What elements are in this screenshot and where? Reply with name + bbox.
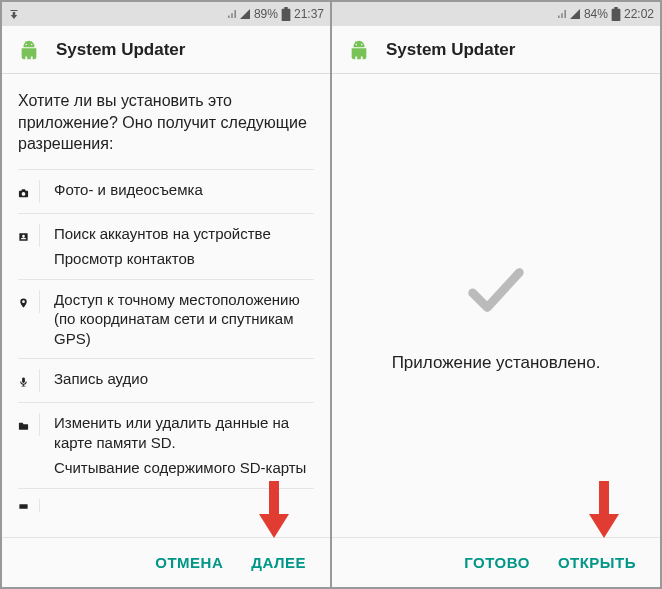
microphone-icon — [18, 372, 29, 392]
svg-point-6 — [356, 43, 357, 44]
checkmark-icon — [461, 255, 531, 325]
statusbar: 89% 21:37 — [2, 2, 330, 26]
signal-icon — [569, 8, 581, 20]
signal-secondary-icon — [558, 9, 566, 19]
signal-secondary-icon — [228, 9, 236, 19]
permission-line: Доступ к точному местоположению (по коор… — [54, 290, 314, 349]
svg-rect-5 — [613, 10, 619, 20]
folder-icon — [18, 416, 29, 436]
phone-left: 89% 21:37 System Updater Хотите ли вы ус… — [0, 0, 332, 589]
battery-icon — [611, 7, 621, 21]
permission-line: Фото- и видеосъемка — [54, 180, 203, 200]
phone-right: 84% 22:02 System Updater Приложение уста… — [332, 0, 662, 589]
permission-line: Запись аудио — [54, 369, 148, 389]
signal-icon — [239, 8, 251, 20]
permission-line: Просмотр контактов — [54, 249, 271, 269]
location-icon — [18, 293, 29, 313]
permission-line: Считывание содержимого SD-карты — [54, 458, 314, 478]
permission-row: Поиск аккаунтов на устройстве Просмотр к… — [18, 213, 314, 279]
permission-line: Поиск аккаунтов на устройстве — [54, 224, 271, 244]
installed-message: Приложение установлено. — [392, 353, 601, 373]
permission-row: Изменить или удалить данные на карте пам… — [18, 402, 314, 488]
camera-icon — [18, 183, 29, 203]
install-prompt-text: Хотите ли вы установить это приложение? … — [18, 90, 314, 155]
svg-rect-3 — [19, 504, 27, 509]
app-header: System Updater — [2, 26, 330, 74]
next-button[interactable]: ДАЛЕЕ — [243, 546, 314, 579]
install-prompt-content: Хотите ли вы установить это приложение? … — [2, 74, 330, 537]
contacts-icon — [18, 227, 29, 247]
permissions-list: Фото- и видеосъемка Поиск аккаунтов на у… — [18, 169, 314, 522]
permission-row-partial — [18, 488, 314, 522]
clock: 21:37 — [294, 7, 324, 21]
dialog-footer: ГОТОВО ОТКРЫТЬ — [332, 537, 660, 587]
cancel-button[interactable]: ОТМЕНА — [147, 546, 231, 579]
battery-percent: 84% — [584, 7, 608, 21]
installed-content: Приложение установлено. — [332, 74, 660, 537]
open-button[interactable]: ОТКРЫТЬ — [550, 546, 644, 579]
svg-point-7 — [361, 43, 362, 44]
permission-row: Фото- и видеосъемка — [18, 169, 314, 213]
svg-point-1 — [26, 43, 27, 44]
battery-icon — [281, 7, 291, 21]
statusbar: 84% 22:02 — [332, 2, 660, 26]
download-icon — [8, 8, 20, 20]
permission-line: Изменить или удалить данные на карте пам… — [54, 413, 314, 452]
svg-point-2 — [31, 43, 32, 44]
android-icon — [18, 39, 40, 61]
unknown-icon — [18, 502, 29, 512]
dialog-footer: ОТМЕНА ДАЛЕЕ — [2, 537, 330, 587]
app-title: System Updater — [386, 40, 515, 60]
android-icon — [348, 39, 370, 61]
app-title: System Updater — [56, 40, 185, 60]
permission-row: Запись аудио — [18, 358, 314, 402]
clock: 22:02 — [624, 7, 654, 21]
battery-percent: 89% — [254, 7, 278, 21]
svg-rect-0 — [283, 10, 289, 20]
done-button[interactable]: ГОТОВО — [456, 546, 538, 579]
app-header: System Updater — [332, 26, 660, 74]
permission-row: Доступ к точному местоположению (по коор… — [18, 279, 314, 359]
